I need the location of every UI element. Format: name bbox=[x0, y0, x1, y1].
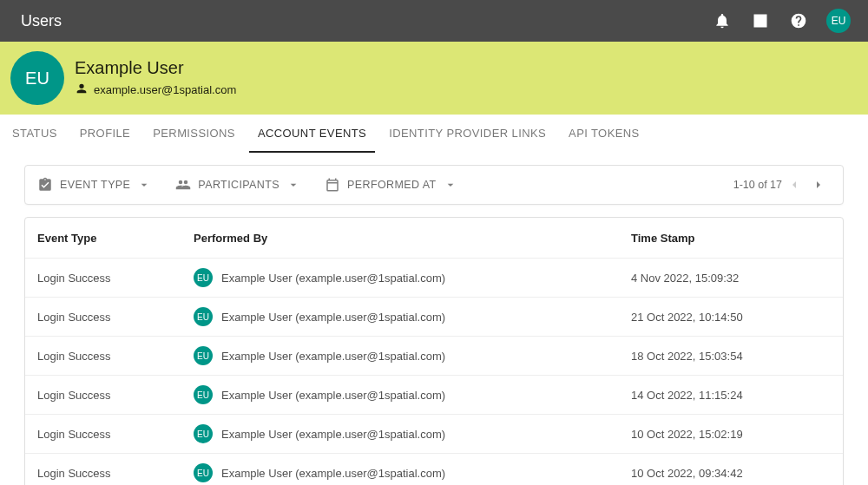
user-avatar-large: EU bbox=[10, 51, 64, 105]
tab-idp-links[interactable]: IDENTITY PROVIDER LINKS bbox=[380, 115, 555, 153]
cell-timestamp: 18 Oct 2022, 15:03:54 bbox=[631, 350, 831, 363]
avatar: EU bbox=[194, 307, 213, 326]
analytics-icon[interactable] bbox=[750, 10, 771, 31]
chevron-down-icon bbox=[444, 178, 457, 192]
cell-performed-by: EUExample User (example.user@1spatial.co… bbox=[194, 385, 631, 404]
performed-by-text: Example User (example.user@1spatial.com) bbox=[221, 389, 445, 402]
tab-status[interactable]: STATUS bbox=[3, 115, 66, 153]
cell-event-type: Login Success bbox=[37, 389, 194, 402]
cell-performed-by: EUExample User (example.user@1spatial.co… bbox=[194, 268, 631, 287]
events-table-card: Event Type Performed By Time Stamp Login… bbox=[24, 217, 844, 485]
cell-timestamp: 14 Oct 2022, 11:15:24 bbox=[631, 389, 831, 402]
tab-permissions[interactable]: PERMISSIONS bbox=[144, 115, 244, 153]
chevron-right-icon bbox=[812, 178, 825, 192]
avatar: EU bbox=[194, 463, 213, 482]
tab-account-events[interactable]: ACCOUNT EVENTS bbox=[249, 115, 375, 153]
cell-performed-by: EUExample User (example.user@1spatial.co… bbox=[194, 424, 631, 443]
pagination-label: 1-10 of 17 bbox=[733, 179, 782, 191]
cell-performed-by: EUExample User (example.user@1spatial.co… bbox=[194, 463, 631, 482]
filter-participants-label: PARTICIPANTS bbox=[198, 179, 279, 191]
performed-by-text: Example User (example.user@1spatial.com) bbox=[221, 272, 445, 285]
table-row[interactable]: Login SuccessEUExample User (example.use… bbox=[25, 375, 843, 414]
table-row[interactable]: Login SuccessEUExample User (example.use… bbox=[25, 336, 843, 375]
table-row[interactable]: Login SuccessEUExample User (example.use… bbox=[25, 453, 843, 485]
tab-api-tokens[interactable]: API TOKENS bbox=[560, 115, 648, 153]
chevron-down-icon bbox=[286, 178, 300, 192]
cell-performed-by: EUExample User (example.user@1spatial.co… bbox=[194, 346, 631, 365]
user-avatar[interactable]: EU bbox=[826, 9, 851, 33]
filter-participants[interactable]: PARTICIPANTS bbox=[175, 177, 300, 193]
assignment-icon bbox=[37, 177, 53, 193]
user-name: Example User bbox=[75, 58, 236, 78]
cell-timestamp: 4 Nov 2022, 15:09:32 bbox=[631, 272, 831, 285]
filter-performed-at-label: PERFORMED AT bbox=[347, 179, 437, 191]
person-icon bbox=[75, 82, 94, 98]
performed-by-text: Example User (example.user@1spatial.com) bbox=[221, 350, 445, 363]
tabs: STATUS PROFILE PERMISSIONS ACCOUNT EVENT… bbox=[0, 115, 868, 153]
filter-event-type-label: EVENT TYPE bbox=[60, 179, 130, 191]
avatar: EU bbox=[194, 424, 213, 443]
people-icon bbox=[175, 177, 191, 193]
cell-event-type: Login Success bbox=[37, 272, 194, 285]
avatar: EU bbox=[194, 346, 213, 365]
calendar-icon bbox=[325, 177, 340, 193]
next-page-button[interactable] bbox=[806, 173, 831, 197]
filter-event-type[interactable]: EVENT TYPE bbox=[37, 177, 151, 193]
table-row[interactable]: Login SuccessEUExample User (example.use… bbox=[25, 258, 843, 297]
cell-event-type: Login Success bbox=[37, 428, 194, 441]
notifications-icon[interactable] bbox=[712, 10, 733, 31]
prev-page-button[interactable] bbox=[782, 173, 806, 197]
performed-by-text: Example User (example.user@1spatial.com) bbox=[221, 311, 445, 324]
col-time-stamp: Time Stamp bbox=[631, 232, 831, 245]
chevron-left-icon bbox=[787, 178, 801, 192]
avatar: EU bbox=[194, 385, 213, 404]
app-bar: Users EU bbox=[0, 0, 868, 42]
cell-timestamp: 21 Oct 2022, 10:14:50 bbox=[631, 311, 831, 324]
table-row[interactable]: Login SuccessEUExample User (example.use… bbox=[25, 297, 843, 336]
filter-performed-at[interactable]: PERFORMED AT bbox=[325, 177, 457, 193]
col-event-type: Event Type bbox=[37, 232, 194, 245]
page-title: Users bbox=[21, 12, 62, 30]
chevron-down-icon bbox=[137, 178, 151, 192]
avatar: EU bbox=[194, 268, 213, 287]
filter-bar-card: EVENT TYPE PARTICIPANTS PERFORMED AT 1-1… bbox=[24, 165, 844, 205]
cell-event-type: Login Success bbox=[37, 350, 194, 363]
cell-event-type: Login Success bbox=[37, 467, 194, 480]
tab-profile[interactable]: PROFILE bbox=[71, 115, 139, 153]
user-email: example.user@1spatial.com bbox=[94, 83, 236, 96]
performed-by-text: Example User (example.user@1spatial.com) bbox=[221, 467, 445, 480]
cell-performed-by: EUExample User (example.user@1spatial.co… bbox=[194, 307, 631, 326]
table-header: Event Type Performed By Time Stamp bbox=[25, 218, 843, 258]
user-banner: EU Example User example.user@1spatial.co… bbox=[0, 42, 868, 115]
col-performed-by: Performed By bbox=[194, 232, 631, 245]
table-row[interactable]: Login SuccessEUExample User (example.use… bbox=[25, 414, 843, 453]
performed-by-text: Example User (example.user@1spatial.com) bbox=[221, 428, 445, 441]
cell-event-type: Login Success bbox=[37, 311, 194, 324]
cell-timestamp: 10 Oct 2022, 09:34:42 bbox=[631, 467, 831, 480]
cell-timestamp: 10 Oct 2022, 15:02:19 bbox=[631, 428, 831, 441]
help-icon[interactable] bbox=[788, 10, 809, 31]
pagination: 1-10 of 17 bbox=[733, 173, 831, 197]
